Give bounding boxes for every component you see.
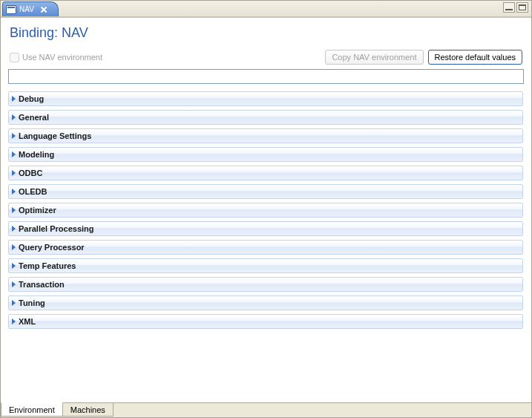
section-tuning[interactable]: Tuning: [8, 295, 523, 310]
expand-arrow-icon: [12, 319, 16, 324]
filter-input[interactable]: [8, 69, 524, 84]
expand-arrow-icon: [12, 151, 16, 157]
close-icon[interactable]: [40, 6, 47, 13]
section-label: Transaction: [19, 280, 65, 289]
section-optimizer[interactable]: Optimizer: [8, 203, 523, 218]
section-label: ODBC: [19, 169, 42, 177]
toolbar: Use NAV environment Copy NAV environment…: [10, 50, 522, 65]
restore-defaults-button[interactable]: Restore default values: [428, 50, 522, 65]
expand-arrow-icon: [12, 263, 16, 269]
minimize-icon[interactable]: [503, 2, 515, 13]
section-label: Modeling: [19, 150, 54, 159]
section-label: OLEDB: [19, 187, 47, 196]
use-nav-env-label: Use NAV environment: [22, 53, 102, 62]
section-general[interactable]: General: [8, 110, 523, 125]
section-debug[interactable]: Debug: [8, 91, 523, 106]
section-language-settings[interactable]: Language Settings: [8, 128, 523, 143]
bottom-tab-bar: EnvironmentMachines: [1, 402, 531, 417]
maximize-icon[interactable]: [516, 2, 528, 13]
expand-arrow-icon: [12, 281, 16, 287]
section-label: XML: [19, 317, 36, 326]
section-label: Tuning: [19, 298, 45, 307]
expand-arrow-icon: [12, 226, 16, 232]
editor-tab-nav[interactable]: NAV: [2, 1, 59, 16]
bottom-tab-environment[interactable]: Environment: [1, 402, 63, 417]
expand-arrow-icon: [12, 189, 16, 195]
titlebar: NAV: [1, 1, 531, 17]
expand-arrow-icon: [12, 300, 16, 306]
content-area: Binding: NAV Use NAV environment Copy NA…: [1, 17, 531, 402]
section-query-processor[interactable]: Query Processor: [8, 240, 523, 255]
bottom-tab-label: Machines: [70, 405, 105, 414]
window-controls: [503, 2, 528, 13]
use-nav-env-checkbox: Use NAV environment: [10, 53, 102, 62]
section-modeling[interactable]: Modeling: [8, 147, 523, 162]
section-temp-features[interactable]: Temp Features: [8, 258, 523, 273]
section-oledb[interactable]: OLEDB: [8, 184, 523, 199]
section-label: Debug: [19, 94, 44, 103]
section-xml[interactable]: XML: [8, 314, 523, 329]
window-frame: NAV Binding: NAV Use NAV environment Cop…: [0, 0, 532, 418]
section-label: Query Processor: [19, 243, 85, 252]
expand-arrow-icon: [12, 244, 16, 250]
bottom-tab-label: Environment: [9, 405, 55, 414]
page-title: Binding: NAV: [10, 25, 524, 41]
section-label: Optimizer: [19, 206, 56, 215]
section-label: Parallel Processing: [19, 224, 94, 233]
editor-tab-label: NAV: [19, 5, 34, 13]
expand-arrow-icon: [12, 207, 16, 213]
section-list: DebugGeneralLanguage SettingsModelingODB…: [8, 91, 524, 399]
expand-arrow-icon: [12, 170, 16, 176]
section-transaction[interactable]: Transaction: [8, 277, 523, 292]
expand-arrow-icon: [12, 114, 16, 120]
section-label: Temp Features: [19, 261, 76, 270]
expand-arrow-icon: [12, 133, 16, 139]
copy-nav-env-button: Copy NAV environment: [325, 50, 423, 65]
form-icon: [6, 5, 16, 14]
section-odbc[interactable]: ODBC: [8, 166, 523, 180]
section-parallel-processing[interactable]: Parallel Processing: [8, 221, 523, 236]
section-label: General: [19, 113, 49, 122]
use-nav-env-checkbox-input: [10, 53, 19, 62]
expand-arrow-icon: [12, 96, 16, 102]
section-label: Language Settings: [19, 131, 91, 140]
bottom-tab-machines[interactable]: Machines: [63, 403, 114, 417]
